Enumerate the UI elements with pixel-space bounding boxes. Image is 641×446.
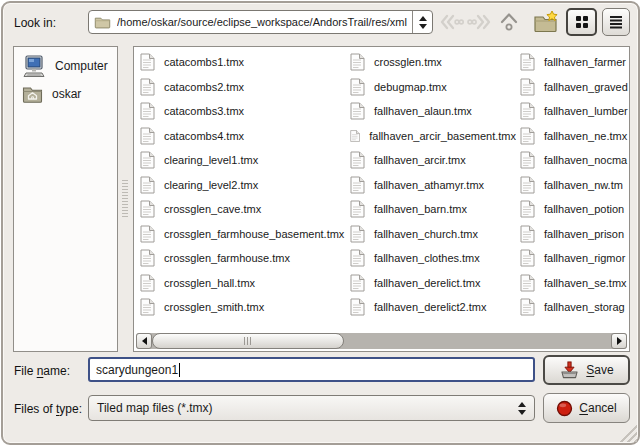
text-caret: [179, 363, 180, 377]
file-item[interactable]: fallhaven_potion: [516, 197, 629, 222]
scroll-left-button[interactable]: [136, 333, 152, 349]
file-item[interactable]: crossglen_hall.tmx: [136, 271, 346, 296]
file-item[interactable]: fallhaven_arcir.tmx: [346, 148, 516, 173]
file-item[interactable]: fallhaven_alaun.tmx: [346, 99, 516, 124]
save-button[interactable]: Save: [543, 355, 630, 385]
back-button[interactable]: [438, 10, 464, 34]
file-item[interactable]: fallhaven_nw.tm: [516, 173, 629, 198]
document-icon: [520, 200, 535, 218]
document-icon: [140, 176, 155, 194]
file-type-value: Tiled map files (*.tmx): [97, 401, 213, 415]
file-item[interactable]: fallhaven_rigmor: [516, 246, 629, 271]
file-item[interactable]: fallhaven_se.tmx: [516, 271, 629, 296]
file-name-label: fallhaven_prison: [544, 228, 624, 240]
file-name-label: catacombs1.tmx: [164, 56, 244, 68]
file-item[interactable]: fallhaven_ne.tmx: [516, 124, 629, 149]
file-name-label: fallhaven_derelict2.tmx: [374, 301, 487, 313]
look-in-combobox[interactable]: /home/oskar/source/eclipse_workspace/And…: [88, 10, 433, 34]
file-type-spinner[interactable]: [510, 396, 534, 420]
file-name-label: fallhaven_ne.tmx: [544, 130, 627, 142]
sidebar-item-oskar[interactable]: oskar: [14, 80, 117, 108]
sidebar-item-label: Computer: [55, 59, 108, 73]
document-icon: [350, 298, 365, 316]
sidebar-item-computer[interactable]: Computer: [14, 52, 117, 80]
scroll-left-icon: [142, 337, 147, 345]
file-item[interactable]: debugmap.tmx: [346, 75, 516, 100]
document-icon: [140, 102, 155, 120]
back-icon: [438, 11, 464, 33]
file-item[interactable]: fallhaven_nocma: [516, 148, 629, 173]
file-item[interactable]: fallhaven_athamyr.tmx: [346, 173, 516, 198]
file-item[interactable]: fallhaven_clothes.tmx: [346, 246, 516, 271]
file-item[interactable]: fallhaven_lumber: [516, 99, 629, 124]
file-item[interactable]: fallhaven_arcir_basement.tmx: [346, 124, 516, 149]
file-item[interactable]: crossglen_farmhouse.tmx: [136, 246, 346, 271]
file-name-label: catacombs3.tmx: [164, 105, 244, 117]
file-item[interactable]: catacombs4.tmx: [136, 124, 346, 149]
file-name-label: clearing_level1.tmx: [164, 154, 258, 166]
cancel-button[interactable]: Cancel: [543, 393, 630, 423]
document-icon: [350, 53, 365, 71]
file-item[interactable]: fallhaven_derelict.tmx: [346, 271, 516, 296]
file-item[interactable]: crossglen_cave.tmx: [136, 197, 346, 222]
document-icon: [350, 151, 365, 169]
file-item[interactable]: crossglen_smith.tmx: [136, 295, 346, 320]
file-item[interactable]: catacombs1.tmx: [136, 50, 346, 75]
scrollbar-grip-icon: [244, 337, 252, 345]
file-item[interactable]: fallhaven_church.tmx: [346, 222, 516, 247]
file-name-label: fallhaven_farmer: [544, 56, 626, 68]
document-icon: [140, 78, 155, 96]
forward-button[interactable]: [467, 10, 493, 34]
file-name-label: debugmap.tmx: [374, 81, 447, 93]
file-item[interactable]: fallhaven_graved: [516, 75, 629, 100]
file-column-1: catacombs1.tmx catacombs2.tmx catacombs3…: [136, 50, 346, 322]
file-item[interactable]: crossglen_farmhouse_basement.tmx: [136, 222, 346, 247]
file-item[interactable]: fallhaven_farmer: [516, 50, 629, 75]
path-combo-spinner[interactable]: [412, 11, 432, 33]
panel-splitter-handle[interactable]: [122, 180, 128, 218]
file-name-label: crossglen_cave.tmx: [164, 203, 261, 215]
file-item[interactable]: fallhaven_prison: [516, 222, 629, 247]
scroll-right-icon: [617, 337, 622, 345]
file-item[interactable]: clearing_level2.tmx: [136, 173, 346, 198]
file-item[interactable]: fallhaven_barn.tmx: [346, 197, 516, 222]
file-name-label: crossglen_hall.tmx: [164, 277, 255, 289]
scrollbar-thumb[interactable]: [152, 333, 344, 349]
file-name-label: fallhaven_arcir_basement.tmx: [369, 130, 516, 142]
file-name-label: fallhaven_clothes.tmx: [374, 252, 480, 264]
list-view-button[interactable]: [602, 8, 630, 36]
document-icon: [520, 274, 535, 292]
grid-view-button[interactable]: [566, 8, 597, 36]
file-type-combobox[interactable]: Tiled map files (*.tmx): [88, 395, 535, 421]
new-folder-button[interactable]: [531, 8, 561, 36]
new-folder-icon: [533, 10, 559, 34]
places-sidebar: Computer oskar: [13, 46, 118, 352]
document-icon: [140, 53, 155, 71]
file-name-input[interactable]: scarydungeon1: [88, 357, 535, 382]
file-item[interactable]: fallhaven_storag: [516, 295, 629, 320]
file-item[interactable]: catacombs3.tmx: [136, 99, 346, 124]
scroll-right-button[interactable]: [611, 333, 627, 349]
document-icon: [140, 249, 155, 267]
folder-icon: [94, 15, 111, 29]
document-icon: [350, 102, 365, 120]
document-icon: [350, 127, 360, 145]
up-folder-button[interactable]: [496, 10, 522, 34]
file-name-label: fallhaven_nocma: [544, 154, 627, 166]
forward-icon: [467, 11, 493, 33]
file-item[interactable]: crossglen.tmx: [346, 50, 516, 75]
file-name-label: fallhaven_alaun.tmx: [374, 105, 472, 117]
horizontal-scrollbar[interactable]: [136, 333, 627, 349]
document-icon: [520, 78, 535, 96]
file-item[interactable]: catacombs2.tmx: [136, 75, 346, 100]
file-name-label: crossglen_farmhouse_basement.tmx: [164, 228, 344, 240]
home-folder-icon: [22, 85, 43, 103]
spinner-down-icon: [419, 24, 427, 29]
save-button-label: Save: [586, 363, 613, 377]
document-icon: [140, 127, 155, 145]
file-item[interactable]: clearing_level1.tmx: [136, 148, 346, 173]
file-name-label: fallhaven_athamyr.tmx: [374, 179, 484, 191]
current-path: /home/oskar/source/eclipse_workspace/And…: [117, 16, 412, 28]
document-icon: [350, 176, 365, 194]
file-item[interactable]: fallhaven_derelict2.tmx: [346, 295, 516, 320]
